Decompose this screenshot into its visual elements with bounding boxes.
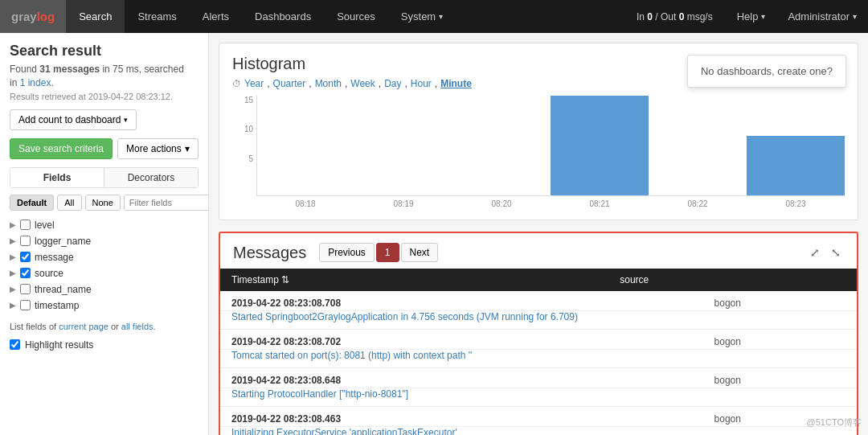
logo-gray: gray — [11, 10, 37, 23]
histogram-title: Histogram — [232, 55, 472, 73]
current-page-link[interactable]: current page — [59, 322, 108, 331]
field-checkbox-timestamp[interactable] — [20, 300, 31, 310]
nav-system[interactable]: System ▾ — [388, 0, 456, 33]
msg-timestamp: 2019-04-22 08:23:08.702 — [220, 330, 714, 350]
pagination: Previous 1 Next — [319, 243, 438, 262]
histogram-panel: Histogram ⏱ Year, Quarter, Month, Week, … — [219, 43, 858, 220]
list-item: ▶ timestamp — [10, 298, 199, 314]
msg-detail-row: Initializing ExecutorService 'applicatio… — [220, 427, 857, 436]
y-axis: 15 10 5 — [232, 96, 256, 208]
bar-group — [355, 96, 453, 195]
filter-default[interactable]: Default — [10, 195, 54, 211]
messages-table: Timestamp ⇅ source 2019-04-22 08:23:08.7… — [220, 269, 857, 435]
sort-icon[interactable]: ⇅ — [281, 274, 289, 285]
content-area: Histogram ⏱ Year, Quarter, Month, Week, … — [209, 33, 868, 435]
bar-08-21 — [551, 96, 649, 195]
msg-source: bogon — [714, 368, 857, 388]
tab-fields[interactable]: Fields — [10, 168, 104, 187]
msg-main-row: 2019-04-22 08:23:08.702 bogon — [220, 330, 857, 350]
msg-source: bogon — [714, 330, 857, 350]
time-minute[interactable]: Minute — [440, 78, 472, 89]
dashboard-tooltip: No dashboards, create one? — [687, 55, 846, 88]
msg-text[interactable]: Tomcat started on port(s): 8081 (http) w… — [220, 350, 857, 368]
chevron-right-icon[interactable]: ▶ — [10, 285, 16, 293]
watermark: @51CTO博客 — [807, 417, 862, 429]
filter-row: Default All None — [10, 195, 199, 211]
highlight-checkbox[interactable] — [10, 339, 20, 350]
index-link[interactable]: 1 index — [20, 77, 51, 88]
time-hour[interactable]: Hour — [411, 78, 432, 89]
more-actions-button[interactable]: More actions ▾ — [117, 138, 199, 159]
all-fields-link[interactable]: all fields — [121, 322, 154, 331]
page-title: Search result — [10, 43, 199, 60]
expand-icon[interactable]: ⤢ — [807, 244, 823, 261]
chevron-right-icon[interactable]: ▶ — [10, 236, 16, 245]
field-list: ▶ level ▶ logger_name ▶ message ▶ source… — [10, 217, 199, 314]
nav-search[interactable]: Search — [66, 0, 125, 33]
highlight-row: Highlight results — [10, 339, 199, 351]
field-checkbox-logger-name[interactable] — [20, 236, 31, 246]
time-week[interactable]: Week — [350, 78, 375, 89]
highlight-label: Highlight results — [25, 339, 93, 351]
prev-button[interactable]: Previous — [319, 243, 375, 262]
bar-group — [257, 96, 355, 195]
chevron-right-icon[interactable]: ▶ — [10, 301, 16, 310]
msg-text[interactable]: Started Springboot2GraylogApplication in… — [220, 311, 857, 330]
table-header-row: Timestamp ⇅ source — [220, 269, 857, 291]
found-message: Found 31 messages in 75 ms, searched in … — [10, 63, 199, 90]
chevron-down-icon: ▾ — [124, 116, 128, 124]
chevron-down-icon: ▾ — [761, 12, 765, 21]
list-item: ▶ message — [10, 249, 199, 265]
chevron-down-icon: ▾ — [853, 12, 857, 21]
chevron-right-icon[interactable]: ▶ — [10, 269, 16, 277]
field-checkbox-level[interactable] — [20, 220, 31, 230]
chevron-down-icon: ▾ — [185, 143, 190, 154]
header-actions: ⤢ ⤡ — [799, 244, 844, 261]
nav-sources[interactable]: Sources — [324, 0, 388, 33]
next-button[interactable]: Next — [401, 243, 439, 262]
x-labels: 08:18 08:19 08:20 08:21 08:22 08:23 — [256, 196, 845, 208]
page-1-button[interactable]: 1 — [376, 243, 399, 262]
field-checkbox-message[interactable] — [20, 252, 31, 262]
bar-group — [551, 96, 649, 195]
retrieved-time: Results retrieved at 2019-04-22 08:23:12… — [10, 92, 199, 101]
save-search-button[interactable]: Save search criteria — [10, 138, 113, 159]
list-item: ▶ thread_name — [10, 281, 199, 298]
list-item: ▶ level — [10, 217, 199, 233]
tab-decorators[interactable]: Decorators — [104, 168, 198, 187]
filter-all[interactable]: All — [57, 195, 81, 211]
table-row: 2019-04-22 08:23:08.648 bogon Starting P… — [220, 368, 857, 407]
msg-main-row: 2019-04-22 08:23:08.708 bogon — [220, 291, 857, 311]
bar-group — [747, 96, 845, 195]
nav-dashboards[interactable]: Dashboards — [242, 0, 324, 33]
time-year[interactable]: Year — [244, 78, 264, 89]
help-link[interactable]: Help ▾ — [726, 0, 777, 33]
chevron-right-icon[interactable]: ▶ — [10, 220, 16, 229]
admin-link[interactable]: Administrator ▾ — [776, 0, 868, 33]
bar-08-23 — [747, 136, 845, 195]
msg-detail-row: Started Springboot2GraylogApplication in… — [220, 311, 857, 330]
list-item: ▶ logger_name — [10, 233, 199, 249]
found-count: 31 messages — [39, 64, 100, 75]
time-day[interactable]: Day — [384, 78, 401, 89]
add-dashboard-button[interactable]: Add count to dashboard ▾ — [10, 109, 137, 130]
filter-none[interactable]: None — [85, 195, 121, 211]
msg-detail-row: Starting ProtocolHandler ["http-nio-8081… — [220, 388, 857, 407]
msg-main-row: 2019-04-22 08:23:08.463 bogon — [220, 407, 857, 427]
time-month[interactable]: Month — [315, 78, 342, 89]
field-checkbox-source[interactable] — [20, 268, 31, 278]
logo-log: log — [37, 10, 55, 23]
action-buttons: Add count to dashboard ▾ — [10, 109, 199, 130]
field-list-footer: List fields of current page or all field… — [10, 322, 199, 331]
nav-streams[interactable]: Streams — [125, 0, 189, 33]
msg-text[interactable]: Initializing ExecutorService 'applicatio… — [220, 427, 857, 436]
chevron-down-icon: ▾ — [439, 12, 443, 21]
msg-text[interactable]: Starting ProtocolHandler ["http-nio-8081… — [220, 388, 857, 407]
save-more-buttons: Save search criteria More actions ▾ — [10, 138, 199, 159]
filter-fields-input[interactable] — [124, 195, 209, 211]
field-checkbox-thread-name[interactable] — [20, 284, 31, 294]
compress-icon[interactable]: ⤡ — [828, 244, 844, 261]
time-quarter[interactable]: Quarter — [273, 78, 306, 89]
nav-alerts[interactable]: Alerts — [190, 0, 242, 33]
chevron-right-icon[interactable]: ▶ — [10, 252, 16, 261]
